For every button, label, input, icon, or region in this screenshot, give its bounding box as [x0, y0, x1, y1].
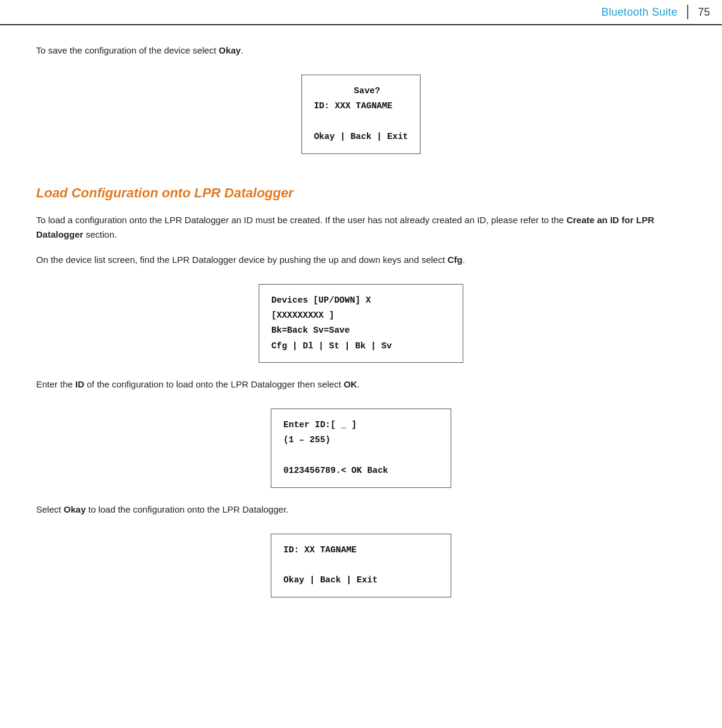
para3-end: . — [357, 379, 360, 389]
final-box-line2 — [283, 558, 439, 573]
para2-bold: Cfg — [448, 254, 463, 265]
enter-id-line3 — [283, 448, 439, 463]
intro-text-start: To save the configuration of the device … — [36, 45, 219, 55]
para3-bold1: ID — [75, 379, 84, 389]
para1-end: section. — [83, 229, 117, 239]
enter-id-line4: 0123456789.< OK Back — [283, 463, 439, 478]
enter-id-device-box: Enter ID:[ _ ] (1 – 255) 0123456789.< OK… — [271, 409, 451, 488]
save-box-container: Save? ID: XXX TAGNAME Okay | Back | Exit — [36, 69, 686, 168]
para1: To load a configuration onto the LPR Dat… — [36, 213, 686, 242]
enter-id-line2: (1 – 255) — [283, 433, 439, 448]
final-box-container: ID: XX TAGNAME Okay | Back | Exit — [36, 528, 686, 612]
enter-id-box-container: Enter ID:[ _ ] (1 – 255) 0123456789.< OK… — [36, 403, 686, 502]
save-box-line3 — [314, 114, 409, 129]
app-title: Bluetooth Suite — [601, 6, 677, 19]
section-heading: Load Configuration onto LPR Datalogger — [36, 185, 686, 201]
final-box-line3: Okay | Back | Exit — [283, 573, 439, 588]
para3: Enter the ID of the configuration to loa… — [36, 377, 686, 392]
save-box-line2: ID: XXX TAGNAME — [314, 99, 409, 114]
intro-paragraph: To save the configuration of the device … — [36, 43, 686, 58]
para4-bold: Okay — [64, 504, 86, 514]
save-device-box: Save? ID: XXX TAGNAME Okay | Back | Exit — [301, 75, 421, 154]
para2: On the device list screen, find the LPR … — [36, 253, 686, 267]
para3-mid: of the configuration to load onto the LP… — [84, 379, 344, 389]
intro-bold: Okay — [219, 45, 241, 55]
header-divider — [687, 5, 688, 19]
final-device-box: ID: XX TAGNAME Okay | Back | Exit — [271, 534, 451, 597]
devices-box-container: Devices [UP/DOWN] X [XXXXXXXXX ] Bk=Back… — [36, 278, 686, 378]
page-number: 75 — [698, 6, 710, 19]
para3-bold2: OK — [344, 379, 357, 389]
save-box-line1: Save? — [314, 84, 409, 99]
main-content: To save the configuration of the device … — [0, 25, 722, 636]
devices-line1: Devices [UP/DOWN] X — [271, 293, 451, 308]
enter-id-line1: Enter ID:[ _ ] — [283, 418, 439, 433]
save-box-line4: Okay | Back | Exit — [314, 129, 409, 144]
devices-line4: Cfg | Dl | St | Bk | Sv — [271, 339, 451, 354]
page-header: Bluetooth Suite 75 — [0, 0, 722, 25]
devices-line2: [XXXXXXXXX ] — [271, 308, 451, 323]
para2-end: . — [463, 254, 465, 265]
para4-end: to load the configuration onto the LPR D… — [86, 504, 289, 514]
para2-start: On the device list screen, find the LPR … — [36, 254, 448, 265]
devices-line3: Bk=Back Sv=Save — [271, 323, 451, 338]
para4: Select Okay to load the configuration on… — [36, 502, 686, 517]
final-box-line1: ID: XX TAGNAME — [283, 543, 439, 558]
para3-start: Enter the — [36, 379, 75, 389]
para4-start: Select — [36, 504, 64, 514]
intro-text-end: . — [241, 45, 243, 55]
devices-device-box: Devices [UP/DOWN] X [XXXXXXXXX ] Bk=Back… — [259, 284, 463, 363]
para1-start: To load a configuration onto the LPR Dat… — [36, 215, 566, 225]
